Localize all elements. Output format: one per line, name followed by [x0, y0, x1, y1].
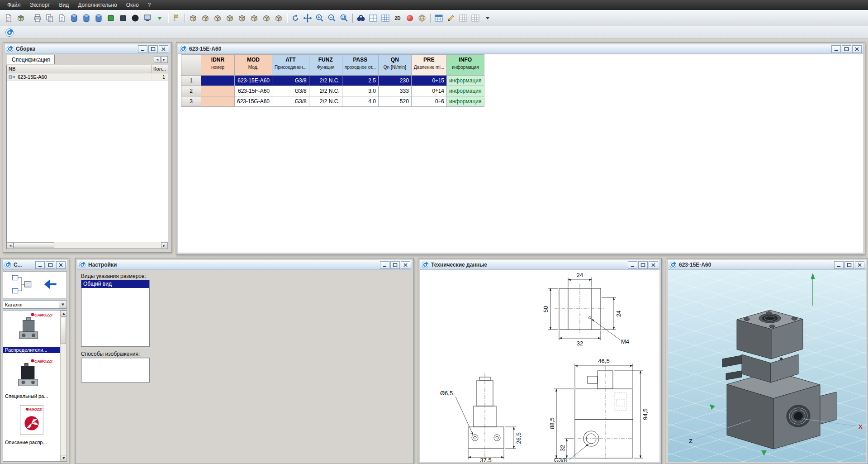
- view-right-icon[interactable]: [224, 12, 236, 24]
- status-green-icon[interactable]: [105, 12, 117, 24]
- quick-select-icon[interactable]: [154, 12, 166, 24]
- column-header-nb[interactable]: NB: [7, 65, 152, 73]
- settings-window-titlebar[interactable]: Настройки: [77, 260, 412, 270]
- list-item-general-view[interactable]: Общий вид: [81, 280, 149, 288]
- column-header-funz[interactable]: FUNZФункция: [309, 55, 342, 76]
- close-button[interactable]: [649, 261, 658, 269]
- vertical-scrollbar[interactable]: ▲ ▼: [60, 311, 66, 461]
- catalog-item-pdf[interactable]: CAMOZZI Описание распр...: [3, 404, 60, 445]
- technical-data-titlebar[interactable]: Технические данные: [420, 260, 660, 270]
- view-2d-icon[interactable]: 2D: [392, 12, 403, 24]
- menu-item-view[interactable]: Вид: [55, 0, 74, 10]
- grid-settings-icon[interactable]: [457, 12, 469, 24]
- tab-specification[interactable]: Спецификация: [7, 55, 55, 64]
- maximize-button[interactable]: [638, 261, 648, 269]
- minimize-button[interactable]: [628, 261, 637, 269]
- database-update-icon[interactable]: [81, 12, 92, 24]
- database-icon[interactable]: [68, 12, 80, 24]
- pan-view-icon[interactable]: [302, 12, 313, 24]
- grid-settings-alt-icon[interactable]: [470, 12, 481, 24]
- zoom-window-icon[interactable]: [338, 12, 350, 24]
- view-dimetric-icon[interactable]: [273, 12, 285, 24]
- tab-scroll-left-button[interactable]: ◄: [154, 56, 161, 63]
- column-header-pass[interactable]: PASSпроходное от...: [342, 55, 378, 76]
- assembly-row[interactable]: 623-15E-A60 1: [7, 73, 168, 81]
- export-document-icon[interactable]: [56, 12, 68, 24]
- zoom-in-icon[interactable]: [314, 12, 326, 24]
- tile-windows-icon[interactable]: [367, 12, 379, 24]
- database-link-icon[interactable]: [93, 12, 104, 24]
- close-button[interactable]: [852, 45, 862, 53]
- more-options-icon[interactable]: [482, 12, 493, 24]
- catalog-item-label[interactable]: Описание распр...: [3, 439, 60, 445]
- catalog-item-label[interactable]: Распределители...: [3, 347, 60, 353]
- menu-item-extras[interactable]: Дополнительно: [73, 0, 121, 10]
- status-dark-icon[interactable]: [117, 12, 129, 24]
- minimize-button[interactable]: [831, 45, 841, 53]
- view-isometric-icon[interactable]: [261, 12, 272, 24]
- scrollbar-track[interactable]: [14, 242, 161, 249]
- maximize-button[interactable]: [148, 45, 158, 53]
- maximize-button[interactable]: [46, 261, 55, 269]
- close-button[interactable]: [159, 45, 168, 53]
- copy-icon[interactable]: [44, 12, 56, 24]
- scroll-left-button[interactable]: ◄: [7, 242, 14, 249]
- table-view-icon[interactable]: [433, 12, 445, 24]
- table-row-selected[interactable]: 1 623-15E-A60 G3/8 2/2 N.C. 2.5 230 0÷15…: [181, 76, 484, 86]
- zoom-out-icon[interactable]: [326, 12, 338, 24]
- column-header-idnr[interactable]: IDNRномер: [201, 55, 235, 76]
- maximize-button[interactable]: [844, 261, 854, 269]
- info-link[interactable]: информация: [446, 96, 484, 107]
- tab-scroll-right-button[interactable]: ►: [161, 56, 168, 63]
- part-model-icon[interactable]: [15, 12, 27, 24]
- close-button[interactable]: [56, 261, 66, 269]
- minimize-button[interactable]: [834, 261, 844, 269]
- catalog-item-label[interactable]: Специальный ра...: [3, 393, 60, 399]
- column-header-att[interactable]: ATTПрисоединен...: [272, 55, 309, 76]
- info-link[interactable]: информация: [446, 86, 484, 96]
- maximize-button[interactable]: [842, 45, 851, 53]
- parts-table-titlebar[interactable]: 623-15E-A60: [178, 44, 863, 54]
- column-header-qn[interactable]: QNQn [Nl/min]: [378, 55, 411, 76]
- scroll-right-button[interactable]: ►: [161, 242, 168, 249]
- scroll-up-button[interactable]: ▲: [61, 311, 67, 317]
- column-header-qty[interactable]: Кол...: [152, 65, 168, 73]
- scrollbar-thumb[interactable]: [14, 242, 54, 248]
- maximize-button[interactable]: [390, 261, 400, 269]
- display-modes-listbox[interactable]: [81, 358, 150, 383]
- table-row[interactable]: 2 623-15F-A60 G3/8 2/2 N.C. 3.0 333 0÷14…: [181, 86, 484, 96]
- view-top-icon[interactable]: [236, 12, 248, 24]
- catalog-window-titlebar[interactable]: С...: [2, 260, 67, 270]
- menu-item-window[interactable]: Окно: [122, 0, 143, 10]
- print-icon[interactable]: [32, 12, 43, 24]
- edit-icon[interactable]: [445, 12, 457, 24]
- catalog-item-valves[interactable]: CAMOZZI Распределители...: [3, 311, 60, 353]
- close-button[interactable]: [855, 261, 864, 269]
- view-bottom-icon[interactable]: [248, 12, 260, 24]
- menu-item-export[interactable]: Экспорт: [25, 0, 55, 10]
- catalog-combobox[interactable]: Каталог ▼: [3, 300, 67, 309]
- column-header-info[interactable]: INFOинформация: [446, 55, 484, 76]
- close-button[interactable]: [401, 261, 410, 269]
- web-catalog-icon[interactable]: [416, 12, 428, 24]
- info-link[interactable]: информация: [446, 76, 484, 86]
- horizontal-scrollbar[interactable]: ◄ ►: [7, 242, 168, 249]
- record-icon[interactable]: [129, 12, 141, 24]
- rotate-view-icon[interactable]: [289, 12, 301, 24]
- catalog-item-special[interactable]: CAMOZZI Специальный ра...: [3, 358, 60, 399]
- grid-view-icon[interactable]: [379, 12, 391, 24]
- viewer-3d-canvas[interactable]: X Z: [668, 270, 866, 462]
- view-front-icon[interactable]: [187, 12, 199, 24]
- chevron-down-icon[interactable]: ▼: [59, 301, 66, 308]
- scroll-down-button[interactable]: ▼: [61, 455, 67, 461]
- column-header-mod[interactable]: MODМод.: [235, 55, 272, 76]
- monitor-icon[interactable]: [142, 12, 153, 24]
- menu-item-file[interactable]: Файл: [3, 0, 25, 10]
- search-icon[interactable]: [355, 12, 367, 24]
- selection-mode-icon[interactable]: [3, 12, 14, 24]
- scrollbar-thumb[interactable]: [61, 318, 66, 344]
- minimize-button[interactable]: [380, 261, 389, 269]
- note-flag-icon[interactable]: [171, 12, 182, 24]
- viewer-3d-titlebar[interactable]: 623-15E-A60: [668, 260, 866, 270]
- minimize-button[interactable]: [35, 261, 45, 269]
